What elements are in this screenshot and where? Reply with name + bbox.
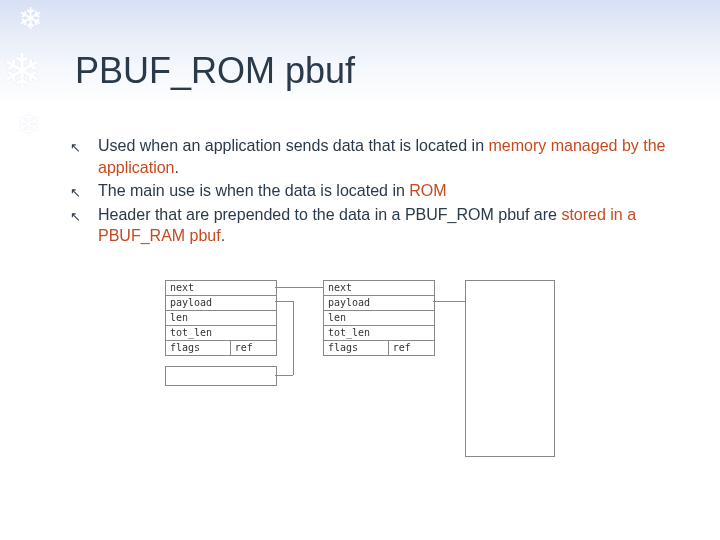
field-len: len bbox=[166, 311, 276, 326]
field-totlen: tot_len bbox=[324, 326, 434, 341]
bullet-arrow-icon: ↖ bbox=[70, 180, 98, 202]
bullet-text: Header that are prepended to the data in… bbox=[98, 204, 670, 247]
snowflake-icon: ❄ bbox=[16, 110, 41, 140]
header-payload-box bbox=[165, 366, 277, 386]
bullet-arrow-icon: ↖ bbox=[70, 135, 98, 157]
bullet-item: ↖ Used when an application sends data th… bbox=[70, 135, 670, 178]
bullet-item: ↖ Header that are prepended to the data … bbox=[70, 204, 670, 247]
link-payload-2 bbox=[433, 301, 465, 302]
bullet-text: The main use is when the data is located… bbox=[98, 180, 670, 202]
slide-title: PBUF_ROM pbuf bbox=[75, 50, 355, 92]
field-next: next bbox=[166, 281, 276, 296]
link-payload-1 bbox=[293, 301, 294, 375]
link-next-1 bbox=[275, 287, 323, 288]
field-next: next bbox=[324, 281, 434, 296]
pbuf-diagram: next payload len tot_len flags ref next … bbox=[165, 280, 565, 465]
field-flags-ref: flags ref bbox=[324, 341, 434, 356]
pbuf-struct-1: next payload len tot_len flags ref bbox=[165, 280, 277, 356]
bullet-text: Used when an application sends data that… bbox=[98, 135, 670, 178]
field-payload: payload bbox=[324, 296, 434, 311]
field-payload: payload bbox=[166, 296, 276, 311]
field-flags-ref: flags ref bbox=[166, 341, 276, 356]
snowflake-icon: ❄ bbox=[2, 48, 42, 96]
slide: ❄ ❄ ❄ PBUF_ROM pbuf ↖ Used when an appli… bbox=[0, 0, 720, 540]
snowflake-icon: ❄ bbox=[18, 4, 43, 34]
field-len: len bbox=[324, 311, 434, 326]
body-text: ↖ Used when an application sends data th… bbox=[70, 135, 670, 249]
bullet-arrow-icon: ↖ bbox=[70, 204, 98, 226]
link-payload-1 bbox=[275, 375, 293, 376]
bullet-item: ↖ The main use is when the data is locat… bbox=[70, 180, 670, 202]
rom-data-box bbox=[465, 280, 555, 457]
field-totlen: tot_len bbox=[166, 326, 276, 341]
link-payload-1 bbox=[275, 301, 293, 302]
pbuf-struct-2: next payload len tot_len flags ref bbox=[323, 280, 435, 356]
snowflake-strip: ❄ ❄ ❄ bbox=[0, 0, 48, 540]
